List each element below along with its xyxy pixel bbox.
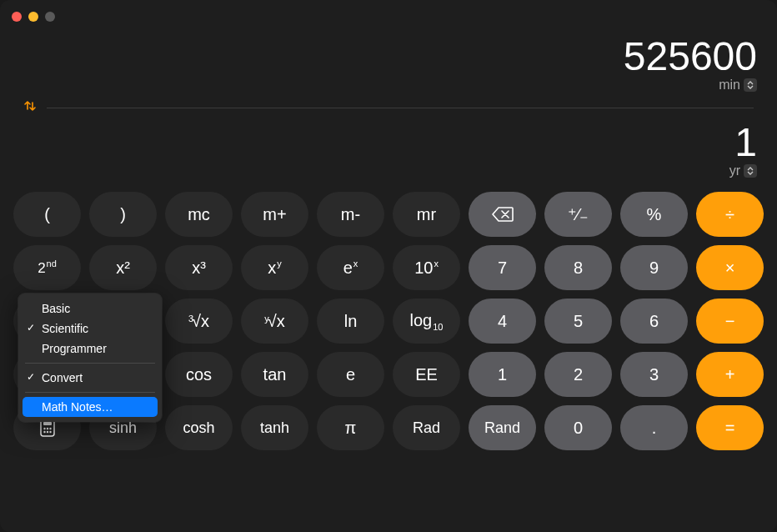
window-controls [12, 12, 55, 22]
chevron-updown-icon [744, 164, 757, 178]
key-e[interactable]: e [317, 352, 384, 397]
unit-selector-bottom[interactable]: yr [20, 163, 757, 178]
key-right-paren[interactable]: ) [89, 192, 157, 237]
menu-separator [25, 363, 155, 364]
key-minus[interactable]: − [696, 299, 764, 344]
key-divide[interactable]: ÷ [696, 192, 764, 237]
key-ten-power-x[interactable]: 10x [393, 245, 460, 290]
key-ln[interactable]: ln [317, 299, 384, 344]
svg-point-5 [43, 431, 45, 433]
key-log10[interactable]: log10 [393, 299, 460, 344]
key-mr[interactable]: mr [393, 192, 460, 237]
key-rad[interactable]: Rad [393, 405, 460, 450]
key-e-power-x[interactable]: ex [317, 245, 384, 290]
mode-menu-popup: Basic ✓Scientific Programmer ✓Convert Ma… [18, 294, 162, 422]
key-7[interactable]: 7 [469, 245, 536, 290]
key-cosh[interactable]: cosh [165, 405, 233, 450]
chevron-updown-icon [744, 78, 757, 92]
key-0[interactable]: 0 [544, 405, 612, 450]
close-button[interactable] [12, 12, 22, 22]
key-mc[interactable]: mc [165, 192, 233, 237]
key-plus-minus[interactable]: ⁺∕₋ [544, 192, 612, 237]
key-pi[interactable]: π [317, 405, 384, 450]
check-icon: ✓ [27, 371, 35, 383]
svg-rect-1 [43, 422, 52, 425]
key-ee[interactable]: EE [393, 352, 460, 397]
key-backspace[interactable] [469, 192, 536, 237]
maximize-button[interactable] [45, 12, 55, 22]
key-rand[interactable]: Rand [469, 405, 536, 450]
key-x-power-y[interactable]: xy [241, 245, 308, 290]
key-x-squared[interactable]: x² [89, 245, 157, 290]
key-decimal[interactable]: . [620, 405, 688, 450]
key-equals[interactable]: = [696, 405, 764, 450]
display-area: 525600 min 1 yr [0, 0, 777, 178]
unit-top-label: min [719, 78, 740, 93]
key-y-root[interactable]: y√x [241, 299, 308, 344]
key-2nd[interactable]: 2nd [13, 245, 81, 290]
menu-item-math-notes[interactable]: Math Notes… [23, 397, 158, 417]
svg-point-2 [43, 428, 45, 429]
svg-point-6 [46, 431, 48, 433]
display-top-value: 525600 [624, 33, 757, 79]
display-bottom-value: 1 [734, 119, 757, 165]
key-8[interactable]: 8 [544, 245, 612, 290]
key-cube-root[interactable]: 3√x [165, 299, 233, 344]
menu-item-scientific[interactable]: ✓Scientific [18, 319, 162, 339]
menu-item-programmer[interactable]: Programmer [18, 339, 162, 359]
key-3[interactable]: 3 [620, 352, 688, 397]
key-5[interactable]: 5 [544, 299, 612, 344]
key-tanh[interactable]: tanh [241, 405, 308, 450]
menu-item-basic[interactable]: Basic [18, 299, 162, 319]
key-6[interactable]: 6 [620, 299, 688, 344]
key-9[interactable]: 9 [620, 245, 688, 290]
key-x-cubed[interactable]: x³ [165, 245, 233, 290]
swap-icon[interactable] [23, 99, 37, 116]
svg-point-7 [49, 431, 51, 433]
svg-point-3 [46, 428, 48, 429]
divider-line [47, 108, 754, 108]
key-plus[interactable]: + [696, 352, 764, 397]
menu-item-convert[interactable]: ✓Convert [18, 368, 162, 388]
calculator-window: 525600 min 1 yr [0, 0, 777, 532]
key-left-paren[interactable]: ( [13, 192, 81, 237]
key-4[interactable]: 4 [469, 299, 536, 344]
svg-point-4 [49, 428, 51, 429]
minimize-button[interactable] [28, 12, 38, 22]
key-multiply[interactable]: × [696, 245, 764, 290]
conversion-divider [20, 99, 757, 116]
key-1[interactable]: 1 [469, 352, 536, 397]
check-icon: ✓ [27, 322, 35, 334]
backspace-icon [492, 206, 514, 223]
key-cos[interactable]: cos [165, 352, 233, 397]
menu-separator [25, 392, 155, 393]
key-percent[interactable]: % [620, 192, 688, 237]
unit-selector-top[interactable]: min [20, 78, 757, 93]
unit-bottom-label: yr [729, 163, 740, 178]
key-m-minus[interactable]: m- [317, 192, 384, 237]
key-m-plus[interactable]: m+ [241, 192, 308, 237]
key-2[interactable]: 2 [544, 352, 612, 397]
key-tan[interactable]: tan [241, 352, 308, 397]
